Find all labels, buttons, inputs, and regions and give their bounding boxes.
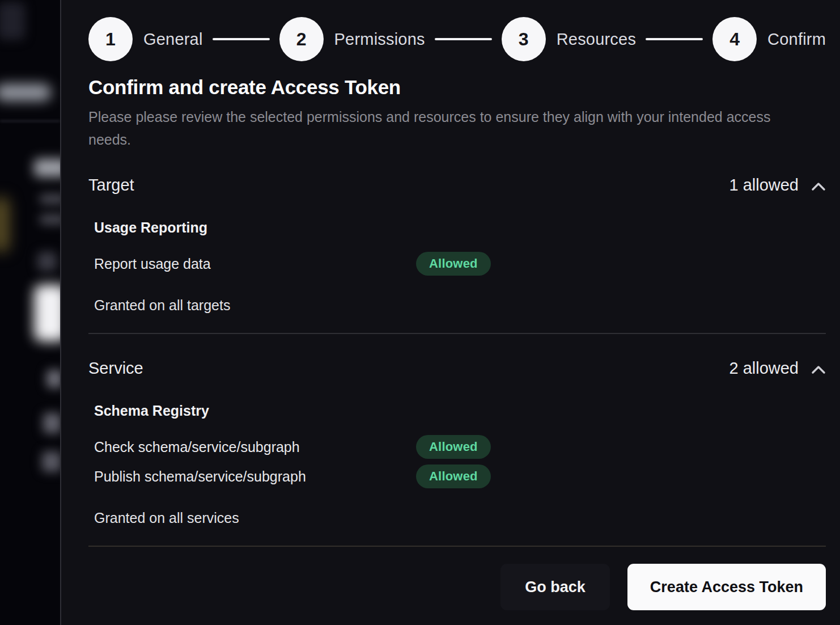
granted-note: Granted on all services — [94, 510, 826, 526]
blurred-divider — [0, 120, 60, 122]
page-description: Please please review the selected permis… — [88, 105, 794, 151]
section-header-target: Target 1 allowed — [88, 176, 826, 195]
blurred-text-fragment — [43, 413, 60, 433]
create-access-token-button[interactable]: Create Access Token — [627, 564, 826, 610]
blurred-text-line — [40, 214, 60, 225]
blurred-nav-item — [0, 84, 51, 101]
stepper-step-confirm[interactable]: 4 Confirm — [712, 17, 826, 61]
step-number-badge: 2 — [279, 17, 324, 61]
section-collapse-toggle[interactable]: 1 allowed — [729, 176, 826, 195]
blurred-white-card — [34, 285, 60, 341]
permission-group-title: Usage Reporting — [94, 219, 826, 236]
step-label: General — [143, 30, 203, 49]
stepper-step-general[interactable]: 1 General — [88, 17, 203, 61]
permission-label: Publish schema/service/subgraph — [94, 468, 416, 485]
chevron-up-icon — [811, 365, 826, 374]
step-label: Permissions — [334, 30, 425, 49]
stepper-step-permissions[interactable]: 2 Permissions — [279, 17, 425, 61]
permission-group-schema-registry: Schema Registry Check schema/service/sub… — [94, 403, 826, 488]
status-badge: Allowed — [416, 464, 491, 488]
blurred-text-line — [40, 194, 60, 204]
granted-note: Granted on all targets — [94, 297, 826, 314]
blurred-heading — [34, 159, 60, 177]
stepper: 1 General 2 Permissions 3 Resources 4 Co… — [88, 17, 826, 61]
footer-divider — [88, 546, 826, 547]
permission-label: Report usage data — [94, 256, 416, 272]
stepper-connector — [435, 38, 492, 40]
blurred-text-fragment — [42, 451, 60, 472]
page-title: Confirm and create Access Token — [88, 76, 826, 99]
status-badge: Allowed — [416, 435, 491, 459]
background-page-blur — [0, 0, 60, 625]
permission-label: Check schema/service/subgraph — [94, 439, 416, 455]
blurred-icon — [37, 252, 57, 271]
step-number-badge: 1 — [88, 17, 133, 61]
step-number-badge: 3 — [502, 17, 546, 61]
blurred-logo — [0, 2, 25, 40]
chevron-up-icon — [811, 182, 826, 191]
stepper-connector — [213, 38, 270, 40]
modal-footer: Go back Create Access Token — [88, 564, 826, 610]
section-header-service: Service 2 allowed — [88, 359, 826, 378]
go-back-button[interactable]: Go back — [500, 564, 610, 610]
permission-row: Check schema/service/subgraph Allowed — [94, 435, 826, 459]
section-allowed-count: 1 allowed — [729, 176, 799, 195]
status-badge: Allowed — [416, 252, 491, 276]
permission-group-usage-reporting: Usage Reporting Report usage data Allowe… — [94, 219, 826, 276]
section-allowed-count: 2 allowed — [729, 359, 799, 378]
step-label: Resources — [557, 30, 636, 49]
blurred-text-fragment — [46, 370, 60, 388]
stepper-step-resources[interactable]: 3 Resources — [502, 17, 636, 61]
section-name: Target — [88, 176, 134, 195]
create-access-token-modal: 1 General 2 Permissions 3 Resources 4 Co… — [60, 0, 840, 625]
stepper-connector — [646, 38, 703, 40]
blurred-accent-bar — [0, 197, 9, 252]
section-divider — [88, 333, 826, 334]
step-label: Confirm — [767, 30, 826, 49]
step-number-badge: 4 — [712, 17, 757, 61]
permission-row: Report usage data Allowed — [94, 252, 826, 276]
section-collapse-toggle[interactable]: 2 allowed — [729, 359, 826, 378]
permission-group-title: Schema Registry — [94, 403, 826, 419]
section-name: Service — [88, 359, 143, 378]
permission-row: Publish schema/service/subgraph Allowed — [94, 464, 826, 488]
